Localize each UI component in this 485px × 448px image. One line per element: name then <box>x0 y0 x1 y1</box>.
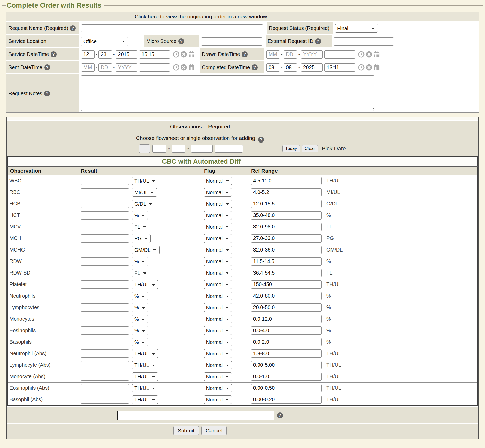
flag-select[interactable]: Normal <box>204 338 232 346</box>
flag-select[interactable]: Normal <box>204 292 232 300</box>
clear-datetime-icon[interactable] <box>180 51 187 58</box>
collapse-button[interactable]: — <box>139 144 150 153</box>
clear-datetime-icon[interactable] <box>366 51 372 58</box>
result-unit-select[interactable]: TH/UL <box>132 361 158 369</box>
calendar-icon[interactable] <box>188 51 195 58</box>
help-icon[interactable] <box>242 51 248 57</box>
flag-select[interactable]: Normal <box>204 280 232 289</box>
result-input[interactable] <box>81 384 129 392</box>
picker-time-input[interactable] <box>215 145 243 153</box>
sent-time-input[interactable] <box>139 63 170 72</box>
result-input[interactable] <box>81 373 129 381</box>
result-unit-select[interactable]: % <box>132 315 148 323</box>
completed-day-input[interactable] <box>284 63 297 72</box>
result-unit-select[interactable]: TH/UL <box>132 372 158 381</box>
ref-range-input[interactable] <box>251 326 322 335</box>
service-month-input[interactable] <box>81 50 95 59</box>
ref-range-input[interactable] <box>251 211 322 220</box>
ref-range-input[interactable] <box>251 338 322 346</box>
result-input[interactable] <box>81 211 129 220</box>
flag-select[interactable]: Normal <box>204 177 232 185</box>
sent-year-input[interactable] <box>116 63 137 72</box>
service-year-input[interactable] <box>116 50 137 59</box>
result-input[interactable] <box>81 303 129 312</box>
ref-range-input[interactable] <box>251 200 322 208</box>
ref-range-input[interactable] <box>251 373 322 381</box>
help-icon[interactable] <box>44 91 50 96</box>
drawn-day-input[interactable] <box>284 50 297 59</box>
result-input[interactable] <box>81 280 129 289</box>
result-input[interactable] <box>81 246 129 254</box>
help-icon[interactable] <box>70 25 76 31</box>
pick-date-link[interactable]: Pick Date <box>322 145 346 152</box>
ref-range-input[interactable] <box>251 188 322 196</box>
help-icon[interactable] <box>277 412 283 418</box>
picker-year-input[interactable] <box>191 145 213 153</box>
result-input[interactable] <box>81 177 129 185</box>
help-icon[interactable] <box>315 38 321 44</box>
result-unit-select[interactable]: TH/UL <box>132 177 158 185</box>
ref-range-input[interactable] <box>251 292 322 300</box>
observation-note-input[interactable] <box>117 411 274 420</box>
result-input[interactable] <box>81 269 129 277</box>
service-location-select[interactable]: Office <box>81 37 128 46</box>
result-input[interactable] <box>81 338 129 346</box>
ref-range-input[interactable] <box>251 280 322 289</box>
completed-month-input[interactable] <box>266 63 280 72</box>
clock-icon[interactable] <box>358 51 365 58</box>
clock-icon[interactable] <box>358 64 365 71</box>
result-unit-select[interactable]: FL <box>132 223 149 231</box>
flag-select[interactable]: Normal <box>204 234 232 243</box>
ref-range-input[interactable] <box>251 177 322 185</box>
flag-select[interactable]: Normal <box>204 223 232 231</box>
ref-range-input[interactable] <box>251 384 322 392</box>
clock-icon[interactable] <box>173 51 180 58</box>
drawn-year-input[interactable] <box>301 50 323 59</box>
calendar-icon[interactable] <box>373 51 380 58</box>
flag-select[interactable]: Normal <box>204 269 232 277</box>
drawn-time-input[interactable] <box>324 50 355 59</box>
help-icon[interactable] <box>258 137 264 143</box>
ref-range-input[interactable] <box>251 246 322 254</box>
completed-time-input[interactable] <box>324 63 355 72</box>
submit-button[interactable]: Submit <box>173 426 199 435</box>
flag-select[interactable]: Normal <box>204 303 232 312</box>
ref-range-input[interactable] <box>251 349 322 358</box>
result-input[interactable] <box>81 234 129 243</box>
flag-select[interactable]: Normal <box>204 372 232 381</box>
result-input[interactable] <box>81 257 129 266</box>
help-icon[interactable] <box>51 51 57 57</box>
external-request-id-input[interactable] <box>334 37 394 46</box>
request-name-input[interactable] <box>81 24 263 32</box>
ref-range-input[interactable] <box>251 223 322 231</box>
result-unit-select[interactable]: % <box>132 257 148 266</box>
result-unit-select[interactable]: TH/UL <box>132 349 158 358</box>
ref-range-input[interactable] <box>251 234 322 243</box>
picker-day-input[interactable] <box>172 145 185 153</box>
result-unit-select[interactable]: % <box>132 338 148 346</box>
calendar-icon[interactable] <box>188 64 195 71</box>
today-button[interactable]: Today <box>282 145 300 152</box>
flag-select[interactable]: Normal <box>204 384 232 392</box>
calendar-icon[interactable] <box>373 64 380 71</box>
ref-range-input[interactable] <box>251 303 322 312</box>
result-unit-select[interactable]: GM/DL <box>132 246 160 254</box>
flag-select[interactable]: Normal <box>204 361 232 369</box>
flag-select[interactable]: Normal <box>204 326 232 335</box>
result-input[interactable] <box>81 396 129 404</box>
result-unit-select[interactable]: % <box>132 326 148 335</box>
completed-year-input[interactable] <box>301 63 323 72</box>
result-input[interactable] <box>81 315 129 323</box>
sent-day-input[interactable] <box>98 63 112 72</box>
ref-range-input[interactable] <box>251 315 322 323</box>
result-input[interactable] <box>81 188 129 196</box>
result-input[interactable] <box>81 200 129 208</box>
sent-month-input[interactable] <box>81 63 95 72</box>
result-input[interactable] <box>81 223 129 231</box>
flag-select[interactable]: Normal <box>204 211 232 220</box>
service-day-input[interactable] <box>98 50 112 59</box>
micro-source-input[interactable] <box>201 37 262 46</box>
result-input[interactable] <box>81 349 129 358</box>
clear-datetime-icon[interactable] <box>180 64 187 71</box>
ref-range-input[interactable] <box>251 396 322 404</box>
